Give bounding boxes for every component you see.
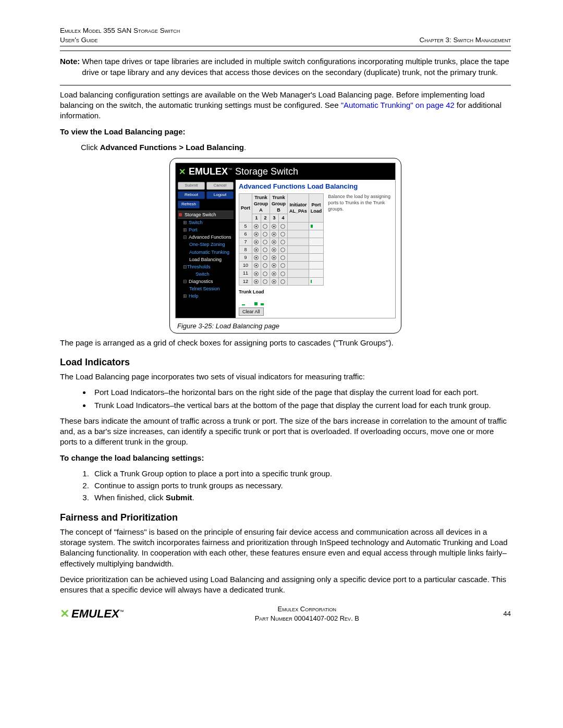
nav-switch[interactable]: ⊞Switch [178, 219, 234, 226]
radio-button[interactable] [254, 224, 259, 229]
port-cell: 9 [239, 254, 252, 262]
content-title: Advanced Functions Load Balancing [239, 182, 392, 191]
cross-ref-link[interactable]: "Automatic Trunking" on page 42 [341, 101, 455, 109]
text: . [244, 143, 246, 152]
radio-button[interactable] [254, 232, 259, 237]
page-header: Emulex Model 355 SAN Storage Switch User… [60, 26, 511, 46]
radio-button[interactable] [254, 279, 259, 284]
nav-diagnostics[interactable]: ⊟Diagnostics [178, 278, 234, 285]
radio-button[interactable] [254, 255, 259, 260]
footer-part-number: Part Number 00041407-002 Rev. B [124, 614, 490, 623]
header-doc-type: User's Guide [60, 35, 180, 45]
reboot-button[interactable]: Reboot [178, 191, 205, 199]
radio-button[interactable] [263, 272, 267, 276]
port-load-bar [311, 280, 312, 283]
list-item: Port Load Indicators–the horizontal bars… [91, 387, 511, 398]
radio-button[interactable] [280, 224, 285, 229]
node-icon [179, 213, 182, 216]
radio-button[interactable] [263, 279, 267, 284]
nav-thresholds[interactable]: ⊟Thresholds [178, 263, 234, 270]
radio-button[interactable] [254, 263, 259, 268]
load-balancing-table: Port Trunk Group A Trunk Group B Initiat… [239, 193, 324, 286]
list-item: Trunk Load Indicators–the vertical bars … [91, 400, 511, 411]
radio-button[interactable] [263, 263, 267, 268]
divider [60, 85, 511, 85]
hint-text: Balance the load by assigning ports to T… [328, 193, 392, 212]
radio-button[interactable] [272, 224, 276, 229]
text: . [192, 493, 194, 502]
cancel-button[interactable]: Cancel [206, 182, 234, 190]
page-number: 44 [490, 609, 511, 619]
trademark-icon: ™ [228, 167, 232, 172]
expand-icon[interactable]: ⊞ [183, 219, 187, 226]
collapse-icon[interactable]: ⊟ [183, 278, 187, 285]
radio-button[interactable] [272, 255, 276, 260]
note-label: Note: [60, 56, 80, 78]
th-trunk-a: Trunk Group A [252, 194, 270, 214]
radio-button[interactable] [280, 240, 285, 244]
trunk-load-bar [261, 303, 264, 305]
radio-button[interactable] [272, 272, 276, 276]
nav-thresholds-switch[interactable]: Switch [178, 270, 234, 278]
radio-button[interactable] [280, 248, 285, 252]
radio-button[interactable] [280, 272, 285, 276]
menu-path: Advanced Functions > Load Balancing [100, 143, 244, 152]
radio-button[interactable] [272, 263, 276, 268]
body-text: The concept of "fairness" is based on th… [60, 527, 511, 569]
nav-advanced-functions[interactable]: ⊟Advanced Functions [178, 233, 234, 241]
collapse-icon[interactable]: ⊟ [183, 234, 187, 240]
logo-icon: ✕ [179, 166, 186, 178]
th-initiator: Initiator AL_PAs [287, 194, 309, 223]
nav-automatic-trunking[interactable]: Automatic Trunking [178, 249, 234, 256]
radio-button[interactable] [280, 279, 285, 284]
radio-button[interactable] [263, 248, 267, 252]
port-cell: 7 [239, 238, 252, 245]
radio-button[interactable] [254, 248, 259, 252]
nav-port[interactable]: ⊞Port [178, 226, 234, 233]
clear-all-button[interactable]: Clear All [239, 307, 264, 316]
footer-logo: ✕ EMULEX™ [60, 606, 124, 622]
note-text: When tape drives or tape libraries are i… [82, 56, 511, 78]
radio-button[interactable] [272, 279, 276, 284]
th-col-3: 3 [270, 214, 278, 222]
radio-button[interactable] [263, 255, 267, 260]
nav-telnet-session[interactable]: Telnet Session [178, 285, 234, 292]
collapse-icon[interactable]: ⊟ [183, 264, 187, 270]
section-heading-load-indicators: Load Indicators [60, 356, 511, 368]
th-port: Port [239, 194, 252, 223]
th-col-1: 1 [252, 214, 261, 222]
logout-button[interactable]: Logout [206, 191, 234, 199]
radio-button[interactable] [263, 224, 267, 229]
radio-button[interactable] [263, 240, 267, 244]
radio-button[interactable] [272, 248, 276, 252]
expand-icon[interactable]: ⊞ [183, 293, 187, 299]
th-port-load: Port Load [309, 194, 323, 223]
radio-button[interactable] [254, 272, 259, 276]
nav-help[interactable]: ⊞Help [178, 292, 234, 300]
radio-button[interactable] [272, 240, 276, 244]
app-titlebar: ✕ EMULEX™ Storage Switch [176, 163, 395, 180]
nav-one-step-zoning[interactable]: One-Step Zoning [178, 241, 234, 248]
app-title: Storage Switch [235, 165, 298, 178]
ui-label: Submit [166, 493, 192, 502]
expand-icon[interactable]: ⊞ [183, 227, 187, 233]
body-text: The Load Balancing page incorporates two… [60, 372, 511, 382]
body-text: The page is arranged as a grid of check … [60, 338, 511, 348]
port-cell: 5 [239, 222, 252, 230]
logo-icon: ✕ [60, 606, 69, 622]
radio-button[interactable] [280, 232, 285, 237]
radio-button[interactable] [263, 232, 267, 237]
figure-caption: Figure 3-25: Load Balancing page [177, 322, 396, 331]
submit-button[interactable]: Submit [178, 182, 205, 190]
section-heading-fairness: Fairness and Prioritization [60, 511, 511, 524]
nav-load-balancing[interactable]: Load Balancing [178, 256, 234, 263]
note-block: Note: When tape drives or tape libraries… [60, 51, 511, 85]
radio-button[interactable] [280, 263, 285, 268]
radio-button[interactable] [280, 255, 285, 260]
radio-button[interactable] [254, 240, 259, 244]
trunk-load-label: Trunk Load [239, 289, 392, 295]
radio-button[interactable] [272, 232, 276, 237]
refresh-button[interactable]: Refresh [178, 201, 200, 208]
port-cell: 10 [239, 262, 252, 269]
nav-root[interactable]: Storage Switch [178, 211, 234, 219]
